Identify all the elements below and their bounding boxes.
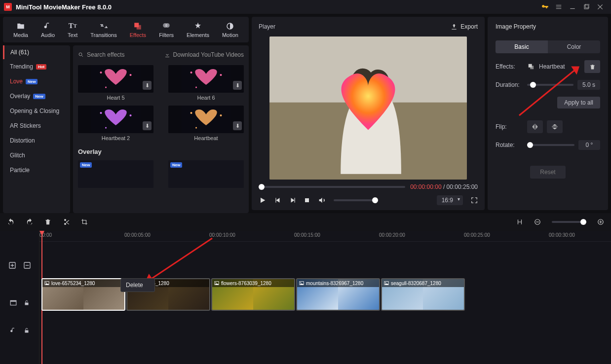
zoom-out-button[interactable] [534, 218, 541, 225]
close-icon[interactable] [593, 1, 607, 13]
rotate-value[interactable]: 0 ° [578, 140, 600, 150]
timeline-fit-button[interactable] [516, 218, 523, 225]
duration-slider[interactable] [527, 84, 573, 86]
zoom-slider[interactable] [552, 221, 586, 223]
timeline-ruler[interactable]: 00:0000:00:05:0000:00:10:0000:00:15:0000… [39, 231, 611, 242]
minimize-icon[interactable] [566, 1, 579, 13]
toolbar-media[interactable]: Media [9, 20, 32, 40]
next-frame-button[interactable] [289, 197, 296, 204]
download-icon[interactable]: ⬇ [143, 121, 152, 130]
category-distortion[interactable]: Distortion [3, 133, 70, 148]
category-all[interactable]: All (61) [3, 45, 70, 59]
aspect-ratio-select[interactable]: 16:9 [437, 195, 463, 205]
toolbar-transitions[interactable]: Transitions [86, 20, 120, 40]
audio-track-lock[interactable] [24, 328, 30, 333]
reset-button[interactable]: Reset [530, 166, 565, 179]
menu-icon[interactable] [552, 1, 566, 13]
category-overlay[interactable]: OverlayNew [3, 89, 70, 104]
player-title: Player [259, 23, 275, 30]
delete-button[interactable] [44, 218, 51, 225]
ruler-tick: 00:00:10:00 [209, 232, 235, 238]
download-youtube-link[interactable]: Download YouTube Videos [164, 51, 244, 58]
stop-button[interactable] [304, 197, 310, 203]
app-logo: M [4, 3, 12, 11]
tab-basic[interactable]: Basic [496, 40, 548, 53]
search-effects[interactable]: Search effects [78, 51, 160, 58]
svg-point-15 [195, 87, 197, 88]
export-icon [451, 23, 458, 30]
category-opening-closing[interactable]: Opening & Closing [3, 104, 70, 118]
toolbar-audio[interactable]: Audio [37, 20, 59, 40]
toolbar-elements[interactable]: Elements [183, 20, 213, 40]
volume-button[interactable] [318, 196, 326, 204]
effect-thumb-heart-6[interactable]: ⬇Heart 6 [168, 65, 244, 101]
undo-button[interactable] [7, 218, 15, 226]
context-menu-delete[interactable]: Delete [120, 278, 155, 292]
export-button[interactable]: Export [451, 23, 478, 30]
video-track-lock[interactable] [24, 300, 30, 306]
category-love[interactable]: LoveNew [3, 74, 70, 89]
player-viewport[interactable]: › [269, 36, 467, 180]
effect-thumb-overlay-0[interactable]: New [78, 160, 153, 190]
effect-thumb-heartbeat-2[interactable]: ⬇Heartbeat 2 [78, 106, 153, 141]
download-icon[interactable]: ⬇ [143, 81, 152, 90]
svg-point-48 [301, 282, 302, 283]
category-particle[interactable]: Particle [3, 163, 70, 178]
clip-flowers-8763039_1280[interactable]: flowers-8763039_1280 [211, 278, 295, 311]
volume-slider[interactable] [334, 199, 378, 201]
svg-point-14 [220, 74, 222, 76]
app-title: MiniTool MovieMaker Free 8.0.0 [16, 3, 112, 11]
ruler-tick: 00:00:05:00 [124, 232, 151, 238]
category-trending[interactable]: TrendingHot [3, 59, 70, 74]
audio-track-icon [10, 327, 17, 334]
svg-point-9 [100, 72, 102, 73]
effects-label: Effects: [496, 63, 523, 70]
flip-vertical-button[interactable] [547, 120, 563, 133]
prev-frame-button[interactable] [274, 197, 281, 204]
redo-button[interactable] [26, 218, 34, 226]
toolbar-motion[interactable]: Motion [218, 20, 242, 40]
clip-seagull-8320687_1280[interactable]: seagull-8320687_1280 [381, 278, 465, 311]
zoom-in-button[interactable] [597, 218, 604, 225]
download-icon[interactable]: ⬇ [233, 81, 242, 90]
tab-color[interactable]: Color [548, 40, 600, 53]
svg-rect-0 [584, 5, 588, 9]
svg-point-11 [105, 87, 107, 88]
split-button[interactable] [62, 218, 70, 226]
player-scrubber[interactable] [259, 186, 405, 188]
category-glitch[interactable]: Glitch [3, 148, 70, 163]
fullscreen-button[interactable] [471, 197, 478, 204]
clip-love-6575234_1280[interactable]: love-6575234_1280 [41, 278, 125, 311]
crop-button[interactable] [81, 218, 88, 225]
svg-point-21 [191, 112, 192, 114]
effect-gallery: Search effects Download YouTube Videos ⬇… [73, 45, 249, 213]
rotate-slider[interactable] [527, 144, 574, 146]
maximize-icon[interactable] [579, 1, 593, 13]
effect-thumb-overlay-1[interactable]: New [168, 160, 244, 190]
flip-horizontal-button[interactable] [527, 120, 543, 133]
effect-thumb-heartbeat[interactable]: ⬇Heartbeat [168, 106, 244, 141]
toolbar-filters[interactable]: Filters [155, 20, 178, 40]
category-ar-stickers[interactable]: AR Stickers [3, 118, 70, 133]
svg-point-18 [130, 114, 132, 116]
image-icon [44, 281, 49, 286]
svg-point-42 [46, 282, 47, 283]
svg-rect-3 [137, 25, 141, 29]
search-icon [78, 52, 84, 58]
effect-name: Heartbeat [539, 63, 565, 70]
download-icon[interactable]: ⬇ [233, 121, 242, 130]
effect-category-list: All (61) TrendingHotLoveNewOverlayNewOpe… [3, 45, 70, 213]
effect-thumb-heart-5[interactable]: ⬇Heart 5 [78, 65, 153, 101]
add-track-button[interactable] [8, 261, 16, 269]
clip-mountains-8326967_1280[interactable]: mountains-8326967_1280 [296, 278, 380, 311]
duration-value[interactable]: 5.0 s [577, 80, 600, 90]
play-button[interactable] [259, 196, 267, 204]
delete-effect-button[interactable] [584, 60, 600, 73]
activation-key-icon[interactable] [538, 1, 552, 13]
svg-rect-1 [585, 4, 589, 8]
toolbar-effects[interactable]: Effects [126, 20, 150, 40]
video-track-icon [10, 299, 17, 306]
toolbar-text[interactable]: TTText [64, 20, 81, 40]
remove-track-button[interactable] [23, 261, 31, 269]
apply-to-all-button[interactable]: Apply to all [557, 97, 600, 109]
